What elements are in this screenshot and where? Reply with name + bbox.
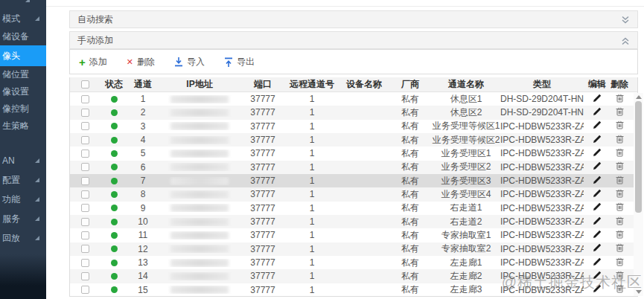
row-checkbox[interactable]: [81, 286, 89, 294]
edit-pencil-icon[interactable]: [593, 257, 602, 266]
edit-pencil-icon[interactable]: [593, 271, 602, 280]
edit-pencil-icon[interactable]: [593, 230, 602, 239]
table-row[interactable]: 1 37777 1 私有 休息区1 DH-SD-29D204T-HNG-WD: [70, 92, 637, 106]
header-port: 端口: [241, 78, 284, 91]
import-button[interactable]: 导入: [174, 56, 205, 68]
row-checkbox[interactable]: [81, 122, 89, 130]
channel-name-cell: 左走廊3: [432, 283, 500, 296]
sidebar-item-wan[interactable]: AN: [0, 151, 46, 170]
edit-pencil-icon[interactable]: [593, 148, 602, 157]
export-button[interactable]: 导出: [224, 56, 255, 68]
row-checkbox[interactable]: [81, 231, 89, 239]
table-row[interactable]: 13 37777 1 私有 左走廊1 IPC-HDBW5233R-ZAS: [70, 256, 637, 269]
sidebar-item-image-settings[interactable]: 像设置: [0, 83, 46, 100]
sidebar-item-storage-device[interactable]: 储设备: [0, 28, 46, 45]
delete-trash-icon[interactable]: [616, 176, 624, 184]
table-row[interactable]: 8 37777 1 私有 业务受理区4 IPC-HDBW5233R-ZAS: [70, 187, 637, 201]
sidebar-item-policy[interactable]: 生策略: [0, 118, 46, 135]
sidebar-item-playback[interactable]: 回放: [0, 228, 46, 248]
select-all-cell: [70, 80, 100, 89]
sidebar-item-camera[interactable]: 像头: [0, 45, 46, 66]
sidebar-item-image-control[interactable]: 像控制: [0, 100, 46, 118]
row-checkbox[interactable]: [81, 136, 89, 144]
delete-trash-icon[interactable]: [616, 202, 624, 211]
delete-trash-icon[interactable]: [616, 257, 624, 266]
sidebar-item-storage-location[interactable]: 储位置: [0, 66, 46, 83]
row-checkbox[interactable]: [81, 177, 89, 185]
row-checkbox[interactable]: [81, 150, 89, 158]
row-checkbox[interactable]: [81, 204, 89, 212]
delete-trash-icon[interactable]: [616, 243, 624, 252]
row-checkbox[interactable]: [81, 95, 89, 103]
scrollbar-thumb[interactable]: [635, 101, 642, 213]
delete-trash-icon[interactable]: [616, 216, 624, 225]
table-row[interactable]: 5 37777 1 私有 业务受理区1 IPC-HDBW5233R-ZAS: [70, 147, 637, 160]
row-checkbox[interactable]: [81, 218, 89, 226]
delete-trash-icon[interactable]: [616, 284, 624, 293]
table-row[interactable]: 10 37777 1 私有 右走道2 IPC-HDBW5233R-ZAS: [70, 215, 637, 228]
select-all-checkbox[interactable]: [81, 80, 89, 89]
table-row[interactable]: 2 37777 1 私有 休息区2 DH-SD-29D204T-HNG-WD: [70, 106, 637, 119]
table-row[interactable]: 14 37777 1 私有 左走廊2 IPC-HDBW5233R-ZAS: [70, 269, 637, 283]
delete-trash-icon[interactable]: [616, 161, 624, 170]
delete-trash-icon[interactable]: [616, 107, 624, 116]
table-row[interactable]: 15 37777 1 私有 左走廊3 IPC-HDBW5233R-ZAS: [70, 283, 637, 297]
auto-search-panel-header[interactable]: 自动搜索: [69, 10, 638, 28]
ip-redacted-blur: [170, 259, 229, 267]
sidebar-item-service[interactable]: 服务: [0, 209, 46, 228]
row-checkbox[interactable]: [81, 272, 89, 280]
row-checkbox[interactable]: [81, 163, 89, 171]
table-row[interactable]: 6 37777 1 私有 业务受理区2 IPC-HDBW5233R-ZAS: [70, 161, 637, 174]
delete-trash-icon[interactable]: [616, 189, 624, 198]
edit-pencil-icon[interactable]: [593, 284, 602, 293]
type-cell: IPC-HDBW5233R-ZAS: [500, 271, 584, 281]
sidebar-item-config[interactable]: 配置: [0, 170, 46, 190]
table-row[interactable]: 7 37777 1 私有 业务受理区3 IPC-HDBW5233R-ZAS: [70, 174, 637, 187]
row-checkbox[interactable]: [81, 109, 89, 117]
ip-redacted-blur: [170, 122, 229, 130]
delete-trash-icon[interactable]: [616, 271, 624, 280]
delete-trash-icon[interactable]: [616, 94, 624, 103]
sidebar-item-label: 功能: [2, 194, 20, 205]
scroll-up-arrow-icon[interactable]: [636, 95, 642, 99]
delete-trash-icon[interactable]: [616, 135, 624, 144]
remote-channel-cell: 1: [284, 271, 339, 281]
type-cell: IPC-HDBW5233R-ZAS: [500, 148, 584, 158]
table-row[interactable]: 11 37777 1 私有 专家抽取室1 IPC-HDBW5233R-ZAS: [70, 228, 637, 242]
sidebar-item-function[interactable]: 功能: [0, 190, 46, 209]
delete-trash-icon[interactable]: [616, 230, 624, 239]
edit-pencil-icon[interactable]: [593, 176, 602, 184]
ip-cell: [158, 109, 241, 117]
table-row[interactable]: 4 37777 1 私有 业务受理等候区2 IPC-HDBW5233R-ZAS: [70, 133, 637, 147]
table-row[interactable]: 12 37777 1 私有 专家抽取室2 IPC-HDBW5233R-ZAS: [70, 242, 637, 256]
edit-pencil-icon[interactable]: [593, 202, 602, 211]
edit-pencil-icon[interactable]: [593, 107, 602, 116]
header-remote-channel: 远程通道号: [284, 78, 339, 91]
table-row[interactable]: 3 37777 1 私有 业务受理等候区1 IPC-HDBW5233R-ZAS: [70, 120, 637, 133]
manual-add-panel-header[interactable]: 手动添加: [69, 31, 638, 49]
row-checkbox[interactable]: [81, 190, 89, 199]
remote-channel-cell: 1: [284, 176, 339, 186]
delete-trash-icon[interactable]: [616, 148, 624, 157]
row-checkbox[interactable]: [81, 259, 89, 267]
delete-trash-icon[interactable]: [616, 120, 624, 129]
status-online-dot: [111, 273, 118, 280]
delete-button[interactable]: ✕ 删除: [127, 56, 155, 68]
edit-pencil-icon[interactable]: [593, 161, 602, 170]
edit-pencil-icon[interactable]: [593, 135, 602, 144]
edit-pencil-icon[interactable]: [593, 94, 602, 103]
edit-pencil-icon[interactable]: [593, 243, 602, 252]
row-checkbox[interactable]: [81, 245, 89, 253]
table-scrollbar[interactable]: [634, 93, 643, 296]
status-online-dot: [111, 123, 118, 129]
scroll-down-arrow-icon[interactable]: [636, 290, 642, 294]
table-row[interactable]: 9 37777 1 私有 右走道1 IPC-HDBW5233R-ZAS: [70, 202, 637, 215]
add-button[interactable]: + 添加: [79, 56, 107, 68]
remote-channel-cell: 1: [284, 244, 339, 254]
type-cell: IPC-HDBW5233R-ZAS: [500, 216, 584, 227]
edit-pencil-icon[interactable]: [593, 120, 602, 129]
sidebar-item-mode[interactable]: 模式: [0, 9, 46, 28]
edit-pencil-icon[interactable]: [593, 216, 602, 225]
edit-pencil-icon[interactable]: [593, 189, 602, 198]
header-status: 状态: [100, 78, 128, 91]
